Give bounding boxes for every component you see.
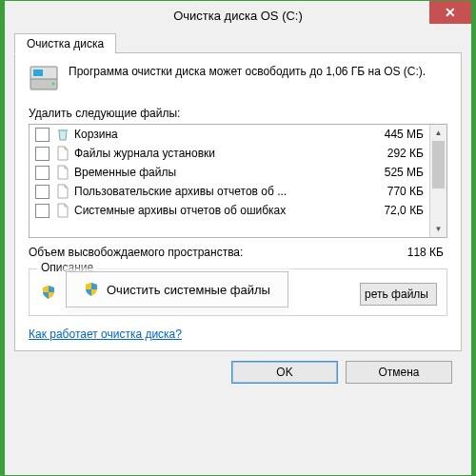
titlebar: Очистка диска OS (C:) ✕ (5, 1, 471, 30)
recycle-bin-icon (55, 127, 70, 142)
scroll-up-button[interactable]: ▲ (430, 125, 446, 141)
scroll-track[interactable] (430, 141, 446, 221)
view-files-button[interactable]: реть файлы (360, 283, 437, 306)
file-row[interactable]: Файлы журнала установки292 КБ (30, 144, 429, 163)
file-size: 72,0 КБ (367, 204, 424, 217)
scroll-down-button[interactable]: ▼ (430, 221, 446, 237)
summary-text: Программа очистки диска может освободить… (69, 65, 426, 80)
file-checkbox[interactable] (35, 166, 50, 180)
total-row: Объем высвобождаемого пространства: 118 … (29, 246, 447, 259)
file-size: 445 МБ (367, 128, 424, 141)
delete-files-label: Удалить следующие файлы: (29, 107, 447, 120)
help-link[interactable]: Как работает очистка диска? (29, 327, 182, 341)
file-name: Системные архивы отчетов об ошибках (74, 204, 367, 217)
file-checkbox[interactable] (35, 147, 50, 161)
description-label: Описание (37, 261, 97, 274)
file-row[interactable]: Временные файлы525 МБ (30, 163, 429, 182)
scroll-thumb[interactable] (432, 141, 445, 188)
file-checkbox[interactable] (35, 128, 50, 142)
file-icon (55, 184, 70, 199)
file-name: Корзина (74, 128, 367, 141)
close-button[interactable]: ✕ (429, 1, 471, 24)
svg-rect-2 (33, 69, 43, 76)
dialog-buttons: OK Отмена (14, 351, 462, 387)
file-name: Временные файлы (74, 166, 367, 179)
close-icon: ✕ (445, 5, 456, 20)
file-row[interactable]: Системные архивы отчетов об ошибках72,0 … (30, 201, 429, 220)
tab-cleanup[interactable]: Очистка диска (14, 33, 116, 54)
file-checkbox[interactable] (35, 185, 50, 199)
file-name: Пользовательские архивы отчетов об ... (74, 185, 367, 198)
file-size: 770 КБ (367, 185, 424, 198)
shield-icon-left (41, 285, 56, 300)
dialog-content: Очистка диска Программа очистки диска мо… (5, 30, 471, 395)
window-title: Очистка диска OS (C:) (173, 9, 303, 23)
cancel-button[interactable]: Отмена (346, 361, 452, 384)
summary: Программа очистки диска может освободить… (29, 65, 447, 93)
scrollbar[interactable]: ▲ ▼ (429, 125, 446, 237)
total-label: Объем высвобождаемого пространства: (29, 246, 243, 259)
tab-label: Очистка диска (27, 37, 104, 50)
file-row[interactable]: Пользовательские архивы отчетов об ...77… (30, 182, 429, 201)
ok-label: OK (276, 366, 292, 379)
file-name: Файлы журнала установки (74, 147, 367, 160)
total-value: 118 КБ (407, 246, 444, 259)
file-icon (55, 165, 70, 180)
description-group: Описание placeholder реть файлы (29, 268, 447, 316)
view-files-partial-label: реть файлы (365, 288, 428, 301)
cancel-label: Отмена (378, 366, 419, 379)
svg-rect-4 (58, 129, 68, 131)
disk-cleanup-window: Очистка диска OS (C:) ✕ Очистка диска Пр… (4, 0, 472, 476)
drive-icon (29, 65, 59, 93)
file-icon (55, 203, 70, 218)
file-size: 525 МБ (367, 166, 424, 179)
file-size: 292 КБ (367, 147, 424, 160)
file-checkbox[interactable] (35, 204, 50, 218)
ok-button[interactable]: OK (231, 361, 338, 384)
file-row[interactable]: Корзина445 МБ (30, 125, 429, 144)
file-icon (55, 146, 70, 161)
tab-panel: Очистка диска Программа очистки диска мо… (14, 52, 462, 351)
svg-point-3 (52, 83, 55, 86)
file-list: Корзина445 МБФайлы журнала установки292 … (29, 124, 447, 238)
